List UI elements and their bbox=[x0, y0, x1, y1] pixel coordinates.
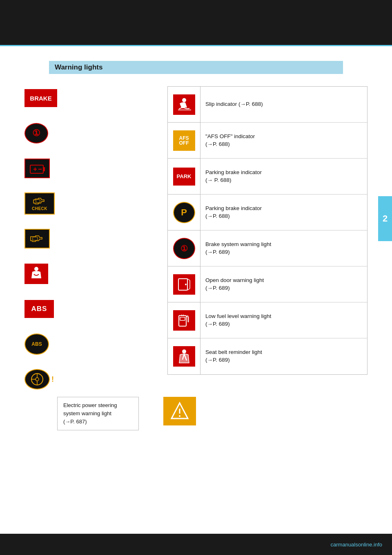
triangle-area bbox=[163, 397, 368, 425]
battery-icon bbox=[24, 159, 50, 178]
svg-point-13 bbox=[182, 98, 186, 102]
afs-icon-box: AFS OFF bbox=[173, 130, 195, 151]
seatbelt-svg bbox=[178, 348, 191, 365]
steering-exclaim: ! bbox=[51, 375, 54, 384]
person-icon bbox=[24, 264, 48, 284]
svg-point-19 bbox=[185, 284, 187, 285]
door-icon-box bbox=[173, 274, 195, 295]
desc-slip-text: Slip indicator (→P. 688) bbox=[205, 101, 263, 108]
tooltip-text: Electric power steeringsystem warning li… bbox=[63, 402, 117, 425]
park-p-label: P bbox=[181, 207, 187, 218]
brake-label: BRAKE bbox=[30, 95, 51, 102]
abs-text-icon: ABS bbox=[24, 300, 54, 318]
circled-i-label: ① bbox=[32, 128, 40, 139]
bottom-logo: carmanualsonline.info bbox=[331, 542, 382, 548]
right-section: AFS OFF PARK P bbox=[167, 86, 368, 375]
desc-afs: "AFS OFF" indicator(→P. 688) bbox=[200, 123, 367, 159]
desc-slip: Slip indicator (→P. 688) bbox=[200, 87, 367, 123]
abs-text-label: ABS bbox=[31, 305, 47, 313]
left-row-abs-circle: ABS bbox=[24, 332, 155, 356]
left-row-brake: BRAKE bbox=[24, 86, 155, 110]
desc-park-p-text: Parking brake indicator(→P. 688) bbox=[205, 205, 262, 220]
svg-rect-5 bbox=[36, 199, 40, 203]
desc-door: Open door warning light(→P. 689) bbox=[200, 266, 367, 302]
engine-svg-check bbox=[33, 197, 47, 206]
svg-rect-21 bbox=[180, 317, 185, 320]
left-row-circled-i: ① bbox=[24, 121, 155, 145]
section-header: Warning lights bbox=[49, 61, 343, 74]
left-row-check: CHECK bbox=[24, 192, 155, 215]
svg-point-7 bbox=[34, 267, 38, 271]
desc-park-text-span: Parking brake indicator(→ P. 688) bbox=[205, 169, 262, 184]
right-icon-fuel bbox=[168, 302, 200, 338]
right-icons-column: AFS OFF PARK P bbox=[168, 87, 200, 374]
svg-rect-6 bbox=[33, 237, 38, 240]
abs-circle-label: ABS bbox=[31, 341, 42, 347]
triangle-warning-svg bbox=[170, 401, 189, 421]
afs-label-top: AFS bbox=[179, 136, 189, 141]
tab-number: 2 bbox=[383, 213, 388, 224]
desc-park-text: Parking brake indicator(→ P. 688) bbox=[200, 159, 367, 195]
desc-seatbelt-text: Seat belt reminder light(→P. 689) bbox=[205, 349, 262, 364]
engine-plain-icon bbox=[24, 229, 50, 248]
section-title: Warning lights bbox=[55, 63, 102, 71]
desc-fuel-text: Low fuel level warning light(→P. 689) bbox=[205, 313, 271, 328]
park-text-box: PARK bbox=[173, 168, 195, 186]
steering-svg bbox=[30, 372, 45, 387]
right-icon-park-p: P bbox=[168, 195, 200, 231]
triangle-warning-icon bbox=[163, 397, 196, 425]
bottom-bar: carmanualsonline.info bbox=[0, 534, 392, 555]
left-row-battery bbox=[24, 157, 155, 180]
battery-svg bbox=[29, 163, 45, 174]
svg-rect-1 bbox=[43, 167, 45, 171]
right-icon-slip bbox=[168, 87, 200, 123]
svg-point-24 bbox=[182, 349, 186, 354]
top-bar bbox=[0, 0, 392, 45]
person-svg bbox=[30, 266, 43, 282]
slip-svg bbox=[176, 97, 192, 112]
engine-plain-svg bbox=[30, 233, 45, 244]
steering-icon bbox=[24, 369, 50, 389]
brake-i-label: ① bbox=[180, 244, 188, 253]
tooltip-box: Electric power steeringsystem warning li… bbox=[57, 397, 139, 430]
left-row-abs: ABS bbox=[24, 297, 155, 321]
slip-icon-box bbox=[173, 94, 195, 115]
desc-seatbelt: Seat belt reminder light(→P. 689) bbox=[200, 338, 367, 374]
bottom-row: Electric power steeringsystem warning li… bbox=[24, 397, 368, 430]
left-icons-column: BRAKE ① bbox=[24, 86, 155, 391]
right-icon-afs: AFS OFF bbox=[168, 123, 200, 159]
fuel-svg bbox=[177, 313, 191, 328]
desc-door-text: Open door warning light(→P. 689) bbox=[205, 277, 264, 292]
left-row-person bbox=[24, 262, 155, 286]
desc-fuel: Low fuel level warning light(→P. 689) bbox=[200, 302, 367, 338]
seatbelt-icon-box bbox=[173, 346, 195, 367]
desc-brake-system: Brake system warning light(→P. 689) bbox=[200, 231, 367, 266]
descriptions-column: Slip indicator (→P. 688) "AFS OFF" indic… bbox=[200, 87, 367, 374]
svg-point-27 bbox=[179, 415, 180, 417]
circled-i-icon: ① bbox=[24, 123, 48, 143]
check-label: CHECK bbox=[32, 206, 47, 211]
left-row-steering: ! bbox=[24, 367, 155, 391]
abs-circle-icon: ABS bbox=[24, 333, 49, 355]
blue-line bbox=[0, 45, 392, 46]
door-svg bbox=[177, 277, 192, 292]
svg-point-9 bbox=[36, 378, 39, 381]
desc-park-p: Parking brake indicator(→P. 688) bbox=[200, 195, 367, 231]
right-icon-park-text: PARK bbox=[168, 159, 200, 195]
fuel-icon-box bbox=[173, 310, 195, 331]
bottom-left-area: Electric power steeringsystem warning li… bbox=[24, 397, 155, 430]
right-icon-brake-i: ① bbox=[168, 231, 200, 266]
left-row-engine bbox=[24, 227, 155, 251]
check-engine-icon: CHECK bbox=[24, 192, 55, 215]
brake-i-box: ① bbox=[173, 238, 195, 259]
park-p-box: P bbox=[173, 202, 195, 223]
brake-icon: BRAKE bbox=[24, 89, 57, 107]
right-icon-seatbelt bbox=[168, 338, 200, 374]
page-container: Warning lights BRAKE ① bbox=[0, 0, 392, 555]
afs-label-bottom: OFF bbox=[179, 141, 189, 145]
right-icon-door bbox=[168, 266, 200, 302]
right-tab: 2 bbox=[378, 196, 392, 241]
desc-afs-text: "AFS OFF" indicator(→P. 688) bbox=[205, 133, 255, 148]
park-text-label: PARK bbox=[177, 173, 192, 179]
desc-brake-system-text: Brake system warning light(→P. 689) bbox=[205, 241, 271, 256]
